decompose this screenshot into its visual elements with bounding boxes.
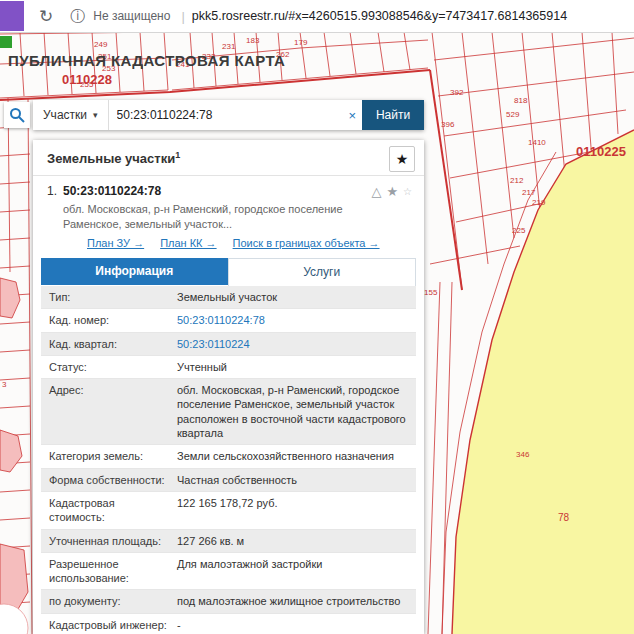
info-row-value: под малоэтажное жилищное строительство xyxy=(175,590,416,612)
result-item: 1. 50:23:0110224:78 △ ★ ☆ обл. Московска… xyxy=(33,176,424,249)
info-row-label: Форма собственности: xyxy=(41,469,175,491)
search-input[interactable] xyxy=(109,108,343,122)
info-row-label: Категория земель: xyxy=(41,445,175,467)
map-parcel-label: 183 xyxy=(246,36,259,45)
info-row-value: Земельный участок xyxy=(175,286,416,308)
info-row-label: Кадастровая стоимость: xyxy=(41,492,175,529)
map-parcel-label: 392 xyxy=(450,88,463,97)
parcel-info-table: Тип:Земельный участокКад. номер:50:23:01… xyxy=(41,286,416,634)
info-row-label: Тип: xyxy=(41,286,175,308)
info-row-label: Кад. номер: xyxy=(41,309,175,331)
results-panel: Земельные участки1 ★ 1. 50:23:0110224:78… xyxy=(33,140,424,634)
chevron-down-icon: ▾ xyxy=(93,110,98,120)
results-header: Земельные участки1 ★ xyxy=(33,140,424,176)
info-row: Форма собственности:Частная собственност… xyxy=(41,469,416,492)
search-category-label: Участки xyxy=(43,108,87,122)
page-info-icon[interactable]: ⓘ xyxy=(70,7,85,26)
info-row: Категория земель:Земли сельскохозяйствен… xyxy=(41,445,416,468)
tab-services[interactable]: Услуги xyxy=(228,258,417,286)
search-category-dropdown[interactable]: Участки ▾ xyxy=(33,100,109,130)
map-parcel-label: 818 xyxy=(514,96,527,105)
map-parcel-label: 155 xyxy=(424,288,437,297)
url-text[interactable]: pkk5.rosreestr.ru/#x=4260515.993088546&y… xyxy=(192,9,634,23)
result-cadastral-number[interactable]: 50:23:0110224:78 xyxy=(63,184,161,198)
map-parcel-label: 1410 xyxy=(528,138,546,147)
info-row: Кадастровая стоимость:122 165 178,72 руб… xyxy=(41,492,416,530)
search-in-bounds-link[interactable]: Поиск в границах объекта → xyxy=(233,237,380,249)
info-row-value[interactable]: 50:23:0110224:78 xyxy=(175,309,416,331)
map-parcel-label: 255 xyxy=(80,80,93,89)
warning-triangle-icon[interactable]: △ xyxy=(371,184,381,199)
find-button[interactable]: Найти xyxy=(362,100,424,130)
map-parcel-label: 179 xyxy=(294,38,307,47)
info-row-value: 122 165 178,72 руб. xyxy=(175,492,416,529)
map-parcel-label: 212 xyxy=(510,176,523,185)
search-bar: Участки ▾ × Найти xyxy=(33,100,424,130)
info-row: Статус:Учтенный xyxy=(41,356,416,379)
browser-theme-block xyxy=(0,1,24,31)
plan-zu-link[interactable]: План ЗУ → xyxy=(87,237,144,249)
info-row-value: - xyxy=(175,614,416,634)
star-outline-icon[interactable]: ☆ xyxy=(403,186,412,197)
clear-search-icon[interactable]: × xyxy=(342,108,362,123)
info-row: по документу:под малоэтажное жилищное ст… xyxy=(41,590,416,613)
search-icon xyxy=(9,107,25,123)
result-address: обл. Московская, р-н Раменский, городско… xyxy=(63,202,393,231)
results-count: 1 xyxy=(175,150,180,160)
info-row-value: Частная собственность xyxy=(175,469,416,491)
info-row-value: обл. Московская, р-н Раменский, городско… xyxy=(175,379,416,444)
map-parcel-label: 249 xyxy=(94,40,107,49)
map-parcel-label: 78 xyxy=(558,512,569,523)
info-row: Тип:Земельный участок xyxy=(41,286,416,309)
result-links: План ЗУ → План КК → Поиск в границах объ… xyxy=(87,237,414,249)
map-parcel-label: 3 xyxy=(2,380,6,389)
info-row-label: Разрешенное использование: xyxy=(41,553,175,590)
info-row-label: Адрес: xyxy=(41,379,175,444)
info-row-value[interactable]: 50:23:0110224 xyxy=(175,333,416,355)
reload-icon[interactable]: ↻ xyxy=(39,6,53,27)
info-row-label: Статус: xyxy=(41,356,175,378)
info-row: Разрешенное использование:Для малоэтажно… xyxy=(41,553,416,591)
map-parcel-label: 0110228 xyxy=(62,72,112,87)
info-row-label: Кад. квартал: xyxy=(41,333,175,355)
info-row-value: 127 266 кв. м xyxy=(175,530,416,552)
search-toggle-button[interactable] xyxy=(4,102,30,128)
tab-information[interactable]: Информация xyxy=(41,258,228,285)
map-parcel-label: 396 xyxy=(441,120,454,129)
results-title: Земельные участки1 xyxy=(47,151,180,166)
info-row-label: Кадастровый инженер: xyxy=(41,614,175,634)
info-row: Адрес:обл. Московская, р-н Раменский, го… xyxy=(41,379,416,445)
map-parcel-label: 231 xyxy=(222,42,235,51)
info-row: Кад. квартал:50:23:0110224 xyxy=(41,333,416,356)
info-row-value: Земли сельскохозяйственного назначения xyxy=(175,445,416,467)
map-parcel-label: 0110225 xyxy=(576,144,626,159)
browser-address-bar: ↻ ⓘ Не защищено | pkk5.rosreestr.ru/#x=4… xyxy=(0,0,634,33)
info-row-value: Для малоэтажной застройки xyxy=(175,553,416,590)
info-row: Уточненная площадь:127 266 кв. м xyxy=(41,530,416,553)
site-title: ПУБЛИЧНАЯ КАДАСТРОВАЯ КАРТА xyxy=(8,52,285,69)
info-row-label: Уточненная площадь: xyxy=(41,530,175,552)
map-parcel-label: 225 xyxy=(512,226,525,235)
map-parcel-label: 346 xyxy=(516,450,529,459)
result-tabs: Информация Услуги xyxy=(41,258,416,286)
info-row-value: Учтенный xyxy=(175,356,416,378)
info-row-label: по документу: xyxy=(41,590,175,612)
map-parcel-label: 217 xyxy=(522,188,535,197)
info-row: Кадастровый инженер:- xyxy=(41,614,416,634)
map-parcel-label: 529 xyxy=(506,110,519,119)
plan-kk-link[interactable]: План КК → xyxy=(160,237,216,249)
security-label[interactable]: Не защищено xyxy=(93,9,170,23)
favorite-star-icon[interactable]: ★ xyxy=(386,184,398,199)
result-index: 1. xyxy=(47,184,63,198)
info-row: Кад. номер:50:23:0110224:78 xyxy=(41,309,416,332)
url-separator: | xyxy=(181,9,184,24)
map-parcel-label: 219 xyxy=(532,198,545,207)
favorites-button[interactable]: ★ xyxy=(389,146,415,172)
